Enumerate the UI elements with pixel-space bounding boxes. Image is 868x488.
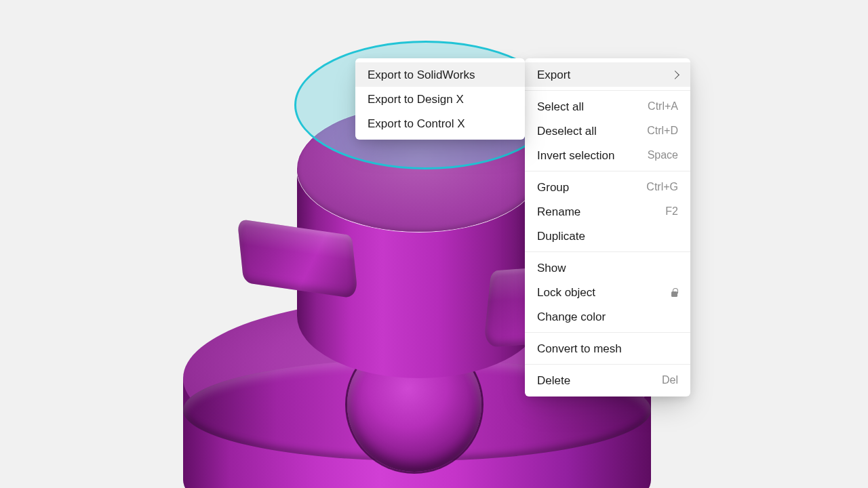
menu-item-delete[interactable]: Delete Del xyxy=(525,368,690,392)
menu-item-hotkey: Ctrl+D xyxy=(647,125,678,136)
menu-item-label: Lock object xyxy=(537,287,595,298)
export-to-solidworks[interactable]: Export to SolidWorks xyxy=(355,62,525,87)
lock-icon xyxy=(671,288,678,297)
menu-item-label: Select all xyxy=(537,101,584,113)
menu-separator xyxy=(525,332,690,333)
menu-item-label: Show xyxy=(537,262,566,274)
menu-item-deselect-all[interactable]: Deselect all Ctrl+D xyxy=(525,119,690,143)
menu-item-hotkey: Ctrl+A xyxy=(648,101,678,112)
menu-item-select-all[interactable]: Select all Ctrl+A xyxy=(525,94,690,119)
context-menu: Export Select all Ctrl+A Deselect all Ct… xyxy=(525,58,690,396)
menu-separator xyxy=(525,364,690,365)
menu-item-change-color[interactable]: Change color xyxy=(525,304,690,329)
menu-item-label: Change color xyxy=(537,311,606,323)
menu-item-hotkey: F2 xyxy=(665,206,678,217)
menu-separator xyxy=(525,171,690,171)
menu-item-hotkey: Del xyxy=(662,375,678,386)
menu-item-label: Deselect all xyxy=(537,125,597,137)
menu-item-hotkey: Ctrl+G xyxy=(646,182,678,192)
menu-item-label: Rename xyxy=(537,206,580,218)
menu-item-show[interactable]: Show xyxy=(525,256,690,280)
menu-item-export[interactable]: Export xyxy=(525,62,690,87)
menu-item-convert-to-mesh[interactable]: Convert to mesh xyxy=(525,336,690,361)
menu-separator xyxy=(525,251,690,252)
menu-item-label: Export xyxy=(537,69,570,81)
menu-item-label: Invert selection xyxy=(537,150,614,161)
menu-item-label: Export to Control X xyxy=(368,118,465,129)
export-submenu: Export to SolidWorks Export to Design X … xyxy=(355,58,525,140)
menu-item-invert-selection[interactable]: Invert selection Space xyxy=(525,143,690,167)
menu-item-label: Convert to mesh xyxy=(537,343,622,354)
export-to-design-x[interactable]: Export to Design X xyxy=(355,87,525,111)
menu-item-label: Group xyxy=(537,182,569,193)
chevron-right-icon xyxy=(671,70,679,79)
menu-item-lock-object[interactable]: Lock object xyxy=(525,280,690,304)
menu-item-group[interactable]: Group Ctrl+G xyxy=(525,175,690,199)
menu-item-duplicate[interactable]: Duplicate xyxy=(525,224,690,248)
menu-item-label: Duplicate xyxy=(537,230,585,242)
menu-item-rename[interactable]: Rename F2 xyxy=(525,199,690,224)
export-to-control-x[interactable]: Export to Control X xyxy=(355,111,525,136)
menu-item-label: Export to Design X xyxy=(368,94,464,105)
menu-item-label: Export to SolidWorks xyxy=(368,69,475,81)
menu-item-hotkey: Space xyxy=(648,150,678,161)
menu-item-label: Delete xyxy=(537,375,570,386)
menu-separator xyxy=(525,90,690,91)
